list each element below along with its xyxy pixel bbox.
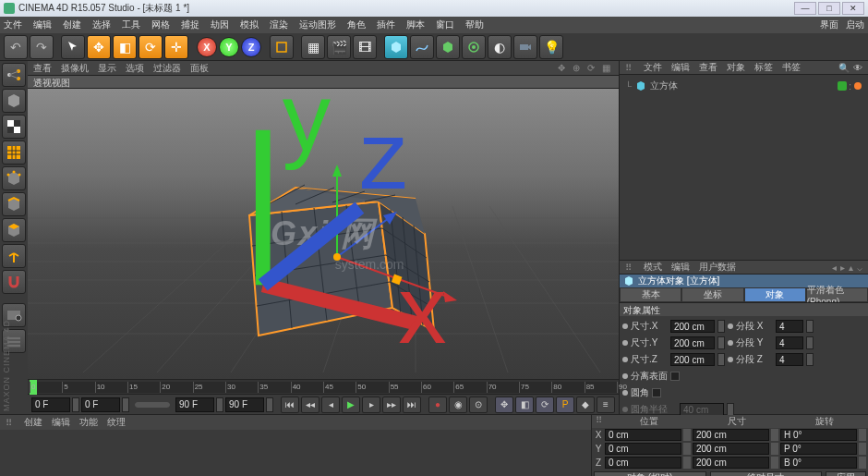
view-rotate-icon[interactable]: ⟳ — [587, 63, 598, 74]
attr-tab-coord[interactable]: 坐标 — [681, 287, 743, 302]
attr-tab-object[interactable]: 对象 — [744, 287, 806, 302]
render-picture-button[interactable]: 🎞 — [353, 35, 377, 59]
time-end-field[interactable]: 90 F — [225, 397, 264, 412]
spinner-icon[interactable] — [806, 320, 814, 333]
goto-end-button[interactable]: ⏭ — [403, 397, 421, 413]
view-menu-filter[interactable]: 过滤器 — [153, 62, 181, 75]
key-rot-button[interactable]: ⟳ — [536, 397, 554, 413]
object-tree[interactable]: └ 立方体 : — [620, 75, 868, 260]
size-mode-select[interactable]: 绝对尺寸 — [710, 471, 823, 476]
light-button[interactable]: 💡 — [539, 35, 563, 59]
om-tab-view[interactable]: 查看 — [699, 61, 717, 74]
mat-tab-create[interactable]: 创建 — [24, 416, 42, 429]
key-param-button[interactable]: P — [556, 397, 574, 413]
spinner-icon[interactable] — [771, 457, 778, 469]
timeline-ruler[interactable]: 051015202530354045505560657075808590 — [28, 379, 619, 394]
range-end-field[interactable]: 90 F — [175, 397, 214, 412]
spinner-icon[interactable] — [216, 397, 223, 412]
prev-key-button[interactable]: ◂◂ — [301, 397, 319, 413]
menu-select[interactable]: 选择 — [92, 18, 111, 31]
om-tab-object[interactable]: 对象 — [727, 61, 745, 74]
next-frame-button[interactable]: ▸ — [362, 397, 380, 413]
model-mode-button[interactable] — [2, 89, 26, 113]
up-icon[interactable]: ▴ — [849, 262, 853, 273]
workplane-mode-button[interactable] — [2, 140, 26, 165]
make-editable-button[interactable] — [2, 63, 26, 87]
field-sizex[interactable]: 200 cm — [670, 320, 715, 333]
menu-layout[interactable]: 界面 — [820, 18, 838, 31]
goto-start-button[interactable]: ⏮ — [281, 397, 299, 413]
undo-button[interactable]: ↶ — [4, 35, 28, 59]
keyframe-selection-button[interactable]: ⊙ — [469, 397, 488, 413]
menu-startup[interactable]: 启动 — [846, 18, 864, 31]
autokey-button[interactable]: ◉ — [449, 397, 467, 413]
spinner-icon[interactable] — [771, 429, 778, 441]
view-menu-options[interactable]: 选项 — [126, 62, 144, 75]
pos-z-field[interactable]: 0 cm — [605, 457, 681, 469]
record-button[interactable]: ● — [428, 397, 447, 413]
field-segx[interactable]: 4 — [776, 320, 803, 333]
next-icon[interactable]: ▸ — [840, 262, 845, 273]
spinner-icon[interactable] — [806, 353, 814, 366]
axis-mode-button[interactable] — [2, 244, 26, 268]
menu-window[interactable]: 窗口 — [436, 18, 454, 31]
view-menu-view[interactable]: 查看 — [33, 62, 52, 75]
anim-dot-icon[interactable] — [728, 357, 733, 362]
panel-menu-icon[interactable]: ⠿ — [625, 262, 634, 273]
object-row-cube[interactable]: └ 立方体 : — [623, 79, 864, 93]
prev-frame-button[interactable]: ◂ — [321, 397, 340, 413]
attr-tab-edit[interactable]: 编辑 — [671, 261, 690, 274]
view-menu-display[interactable]: 显示 — [98, 62, 116, 75]
attr-tab-userdata[interactable]: 用户数据 — [699, 261, 736, 274]
menu-character[interactable]: 角色 — [347, 18, 366, 31]
menu-mesh[interactable]: 网格 — [151, 18, 170, 31]
material-manager[interactable]: ⠿ 创建 编辑 功能 纹理 — [0, 415, 591, 476]
mat-tab-function[interactable]: 功能 — [79, 416, 98, 429]
object-name[interactable]: 立方体 — [650, 79, 678, 92]
prev-icon[interactable]: ◂ — [832, 262, 837, 273]
menu-plugins[interactable]: 插件 — [377, 18, 395, 31]
spinner-icon[interactable] — [72, 397, 79, 412]
scale-tool[interactable]: ◧ — [113, 35, 137, 59]
snap-button[interactable] — [2, 270, 26, 294]
primitive-button[interactable] — [384, 35, 408, 59]
visibility-tag[interactable] — [838, 81, 847, 91]
om-tab-file[interactable]: 文件 — [644, 61, 662, 74]
recent-tool[interactable]: ✛ — [164, 35, 188, 59]
spinner-icon[interactable] — [683, 429, 691, 441]
panel-menu-icon[interactable]: ⠿ — [625, 63, 634, 73]
attr-tab-mode[interactable]: 模式 — [644, 261, 662, 274]
minimize-button[interactable]: — — [794, 2, 816, 15]
size-y-field[interactable]: 200 cm — [693, 443, 769, 455]
coord-mode-select[interactable]: 对象 (相对) — [594, 471, 706, 476]
pos-x-field[interactable]: 0 cm — [605, 429, 681, 441]
timeline-range-slider[interactable] — [135, 402, 170, 408]
menu-help[interactable]: 帮助 — [465, 18, 484, 31]
key-pla-button[interactable]: ◆ — [576, 397, 595, 413]
close-button[interactable]: ✕ — [842, 2, 864, 15]
next-key-button[interactable]: ▸▸ — [382, 397, 401, 413]
spinner-icon[interactable] — [717, 336, 725, 349]
phong-tag-icon[interactable] — [853, 81, 862, 91]
menu-animate[interactable]: 劫因 — [211, 18, 229, 31]
anim-dot-icon[interactable] — [622, 390, 628, 396]
spinner-icon[interactable] — [122, 397, 129, 412]
select-tool[interactable] — [61, 35, 85, 59]
panel-menu-icon[interactable]: ⠿ — [592, 415, 605, 428]
view-toggle-icon[interactable]: ▦ — [602, 63, 613, 74]
spline-button[interactable] — [410, 35, 434, 59]
menu-icon[interactable]: ⌵ — [857, 262, 862, 273]
redo-button[interactable]: ↷ — [30, 35, 54, 59]
rot-p-field[interactable]: P 0° — [780, 443, 857, 455]
menu-mograph[interactable]: 运动图形 — [299, 18, 336, 31]
render-settings-button[interactable]: 🎬 — [327, 35, 351, 59]
om-tab-bookmarks[interactable]: 书签 — [782, 61, 801, 74]
key-options-button[interactable]: ≡ — [597, 397, 615, 413]
polygon-mode-button[interactable] — [2, 218, 26, 242]
field-segz[interactable]: 4 — [776, 353, 803, 366]
render-view-button[interactable]: ▦ — [301, 35, 325, 59]
anim-dot-icon[interactable] — [622, 340, 628, 346]
apply-button[interactable]: 应用 — [826, 471, 866, 476]
menu-script[interactable]: 脚本 — [406, 18, 425, 31]
view-nav-icon[interactable]: ✥ — [558, 63, 569, 74]
